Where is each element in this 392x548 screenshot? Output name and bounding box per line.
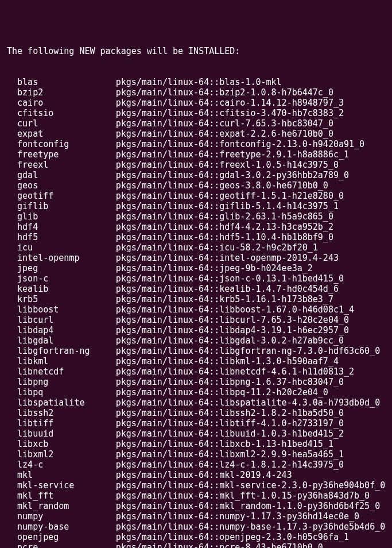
package-spec: pkgs/main/linux-64::fontconfig-2.13.0-h9… [116,139,385,149]
indent [7,222,17,232]
package-name: mkl_fft [17,491,116,501]
indent [7,108,17,118]
indent [7,511,17,522]
package-spec: pkgs/main/linux-64::libpq-11.2-h20c2e04_… [116,387,385,398]
package-name: krb5 [17,294,116,304]
indent [7,98,17,108]
package-spec: pkgs/main/linux-64::kealib-1.4.7-hd0c454… [116,284,385,294]
package-spec: pkgs/main/linux-64::gdal-3.0.2-py36hbb2a… [116,170,385,180]
package-spec: pkgs/main/linux-64::intel-openmp-2019.4-… [116,253,385,263]
package-spec: pkgs/main/linux-64::cairo-1.14.12-h89487… [116,98,385,108]
package-row: glibpkgs/main/linux-64::glib-2.63.1-h5a9… [7,211,385,222]
indent [7,325,17,335]
package-name: numpy [17,511,116,522]
package-row: libpqpkgs/main/linux-64::libpq-11.2-h20c… [7,387,385,398]
package-row: json-cpkgs/main/linux-64::json-c-0.13.1-… [7,273,385,284]
indent [7,170,17,180]
indent [7,522,17,532]
package-row: libdap4pkgs/main/linux-64::libdap4-3.19.… [7,325,385,335]
package-name: geotiff [17,191,116,201]
package-name: hdf5 [17,232,116,242]
package-spec: pkgs/main/linux-64::mkl_fft-1.0.15-py36h… [116,491,385,501]
package-name: mkl_random [17,501,116,511]
package-spec: pkgs/main/linux-64::libkml-1.3.0-h590aaf… [116,356,385,366]
package-name: libcurl [17,315,116,325]
package-spec: pkgs/main/linux-64::curl-7.65.3-hbc83047… [116,118,385,129]
package-spec: pkgs/main/linux-64::mkl-service-2.3.0-py… [116,480,386,491]
package-name: intel-openmp [17,253,116,263]
indent [7,377,17,387]
package-spec: pkgs/main/linux-64::libnetcdf-4.6.1-h11d… [116,366,385,377]
indent [7,77,17,87]
package-name: hdf4 [17,222,116,232]
package-name: libxml2 [17,449,116,460]
package-spec: pkgs/main/linux-64::glib-2.63.1-h5a9c865… [116,211,385,222]
package-name: cairo [17,98,116,108]
package-name: libkml [17,356,116,366]
package-spec: pkgs/main/linux-64::giflib-5.1.4-h14c397… [116,201,385,211]
package-spec: pkgs/main/linux-64::freetype-2.9.1-h8a88… [116,149,385,160]
package-spec: pkgs/main/linux-64::libboost-1.67.0-h46d… [116,304,385,315]
package-row: expatpkgs/main/linux-64::expat-2.2.6-he6… [7,129,385,139]
package-spec: pkgs/main/linux-64::libpng-1.6.37-hbc830… [116,377,385,387]
indent [7,532,17,542]
package-row: blaspkgs/main/linux-64::blas-1.0-mkl [7,77,385,87]
indent [7,294,17,304]
package-row: mkl_fftpkgs/main/linux-64::mkl_fft-1.0.1… [7,491,385,501]
indent [7,263,17,273]
package-spec: pkgs/main/linux-64::hdf5-1.10.4-hb1b8bf9… [116,232,385,242]
package-row: libssh2pkgs/main/linux-64::libssh2-1.8.2… [7,408,385,418]
package-name: openjpeg [17,532,116,542]
package-row: hdf5pkgs/main/linux-64::hdf5-1.10.4-hb1b… [7,232,385,242]
package-spec: pkgs/main/linux-64::libssh2-1.8.2-h1ba5d… [116,408,385,418]
indent [7,118,17,129]
package-spec: pkgs/main/linux-64::libtiff-4.1.0-h27331… [116,418,385,429]
indent [7,501,17,511]
package-spec: pkgs/main/linux-64::libuuid-1.0.3-h1bed4… [116,429,385,439]
package-spec: pkgs/main/linux-64::libxml2-2.9.9-hea5a4… [116,449,385,460]
package-row: krb5pkgs/main/linux-64::krb5-1.16.1-h173… [7,294,385,304]
package-name: icu [17,242,116,253]
package-row: libcurlpkgs/main/linux-64::libcurl-7.65.… [7,315,385,325]
package-name: lz4-c [17,460,116,470]
indent [7,87,17,98]
package-name: libboost [17,304,116,315]
package-row: mkl_randompkgs/main/linux-64::mkl_random… [7,501,385,511]
package-row: cairopkgs/main/linux-64::cairo-1.14.12-h… [7,98,385,108]
package-spec: pkgs/main/linux-64::krb5-1.16.1-h173b8e3… [116,294,385,304]
indent [7,346,17,356]
package-name: libspatialite [17,398,116,408]
package-name: libgdal [17,335,116,346]
package-name: jpeg [17,263,116,273]
package-spec: pkgs/main/linux-64::numpy-base-1.17.3-py… [116,522,386,532]
package-spec: pkgs/main/linux-64::hdf4-4.2.13-h3ca952b… [116,222,385,232]
package-name: freexl [17,160,116,170]
package-spec: pkgs/main/linux-64::jpeg-9b-h024ee3a_2 [116,263,385,273]
package-row: geospkgs/main/linux-64::geos-3.8.0-he671… [7,180,385,191]
indent [7,335,17,346]
package-spec: pkgs/main/linux-64::bzip2-1.0.8-h7b6447c… [116,87,385,98]
package-name: numpy-base [17,522,116,532]
package-name: libuuid [17,429,116,439]
package-spec: pkgs/main/linux-64::lz4-c-1.8.1.2-h14c39… [116,460,385,470]
package-row: intel-openmppkgs/main/linux-64::intel-op… [7,253,385,263]
package-spec: pkgs/main/linux-64::mkl_random-1.1.0-py3… [116,501,385,511]
indent [7,449,17,460]
package-name: mkl [17,470,116,480]
package-row: lz4-cpkgs/main/linux-64::lz4-c-1.8.1.2-h… [7,460,385,470]
indent [7,284,17,294]
install-header: The following NEW packages will be INSTA… [7,46,385,56]
indent [7,542,17,548]
package-row: icupkgs/main/linux-64::icu-58.2-h9c2bf20… [7,242,385,253]
indent [7,398,17,408]
package-name: libtiff [17,418,116,429]
indent [7,439,17,449]
package-row: gdalpkgs/main/linux-64::gdal-3.0.2-py36h… [7,170,385,180]
package-name: bzip2 [17,87,116,98]
indent [7,253,17,263]
package-name: cfitsio [17,108,116,118]
indent [7,180,17,191]
indent [7,366,17,377]
package-spec: pkgs/main/linux-64::geos-3.8.0-he6710b0_… [116,180,385,191]
indent [7,139,17,149]
